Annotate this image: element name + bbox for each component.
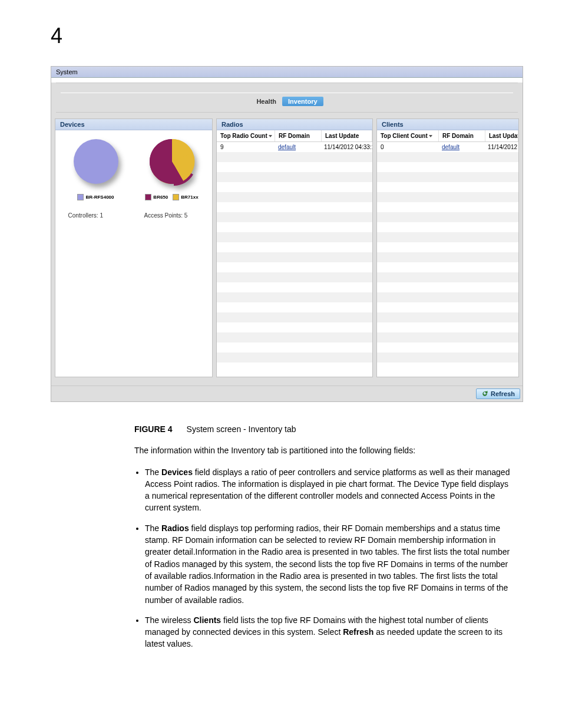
col-last-update[interactable]: Last Update <box>322 130 372 141</box>
pie-icon <box>148 137 196 186</box>
table-row <box>377 172 518 182</box>
table-row <box>377 363 518 373</box>
swatch-icon <box>173 194 179 200</box>
table-row <box>217 332 372 342</box>
col-rf-domain[interactable]: RF Domain <box>439 130 485 141</box>
sort-desc-icon <box>269 135 272 137</box>
legend-item: BR650 <box>145 194 168 200</box>
table-row <box>217 302 372 312</box>
clients-rows: 0default11/14/2012 04:3 <box>377 142 518 377</box>
table-row <box>377 342 518 353</box>
table-row <box>377 212 518 222</box>
figure-intro: The information within the Inventory tab… <box>134 444 511 456</box>
refresh-button[interactable]: Refresh <box>476 388 520 399</box>
cell-domain[interactable]: default <box>438 144 484 150</box>
table-row <box>217 252 372 262</box>
legend-item: BR-RFS4000 <box>77 194 114 200</box>
svg-point-0 <box>74 139 118 184</box>
table-row <box>377 162 518 172</box>
radios-rows: 9default11/14/2012 04:33:13 P <box>217 142 372 377</box>
cell-domain[interactable]: default <box>275 144 320 150</box>
devices-panel: Devices BR-RFS4000 Controllers: 1 <box>55 118 213 377</box>
table-row <box>377 242 518 252</box>
table-row <box>217 312 372 322</box>
clients-header: Clients <box>377 119 518 130</box>
pie-icon <box>72 137 120 186</box>
devices-header: Devices <box>55 119 212 130</box>
table-row <box>217 182 372 192</box>
table-row <box>377 282 518 292</box>
tab-health[interactable]: Health <box>250 97 282 106</box>
ap-chart: BR650 BR71xx Access Points: 5 <box>140 137 204 219</box>
table-row <box>377 262 518 272</box>
figure-label: FIGURE 4 <box>134 424 173 434</box>
table-row <box>217 222 372 232</box>
bullet-item: The Devices field displays a ratio of pe… <box>145 466 511 514</box>
table-row <box>377 222 518 232</box>
refresh-icon <box>481 390 488 397</box>
table-row <box>217 192 372 202</box>
table-row <box>377 332 518 342</box>
figure-caption-block: FIGURE 4System screen - Inventory tab Th… <box>134 423 511 650</box>
radios-panel: Radios Top Radio Count RF Domain Last Up… <box>216 118 373 377</box>
col-top-radio-count[interactable]: Top Radio Count <box>217 130 275 141</box>
chart-caption: Controllers: 1 <box>64 212 128 219</box>
table-row <box>217 242 372 252</box>
table-row <box>377 353 518 363</box>
legend-item: BR71xx <box>173 194 198 200</box>
table-row <box>217 272 372 282</box>
cell-update: 11/14/2012 04:3 <box>484 144 518 150</box>
table-row <box>217 282 372 292</box>
table-row <box>217 202 372 212</box>
table-row[interactable]: 0default11/14/2012 04:3 <box>377 142 518 152</box>
clients-panel: Clients Top Client Count RF Domain Last … <box>376 118 519 377</box>
table-row <box>217 172 372 182</box>
cell-count: 0 <box>377 144 438 150</box>
clients-columns: Top Client Count RF Domain Last Update <box>377 130 518 142</box>
table-row <box>217 292 372 302</box>
bullet-item: The wireless Clients field lists the top… <box>145 614 511 650</box>
table-row <box>217 232 372 242</box>
table-row[interactable]: 9default11/14/2012 04:33:13 P <box>217 142 372 152</box>
radios-columns: Top Radio Count RF Domain Last Update <box>217 130 372 142</box>
figure-caption: System screen - Inventory tab <box>187 424 296 434</box>
table-row <box>217 342 372 353</box>
table-row <box>377 232 518 242</box>
table-row <box>377 152 518 162</box>
bullet-item: The Radios field displays top performing… <box>145 522 511 606</box>
table-row <box>377 252 518 262</box>
chart-caption: Access Points: 5 <box>140 212 204 219</box>
table-row <box>217 162 372 172</box>
col-top-client-count[interactable]: Top Client Count <box>377 130 439 141</box>
page-number: 4 <box>51 24 562 48</box>
radios-header: Radios <box>217 119 372 130</box>
table-row <box>377 312 518 322</box>
figure-bullets: The Devices field displays a ratio of pe… <box>134 466 511 650</box>
table-row <box>217 152 372 162</box>
table-row <box>217 212 372 222</box>
col-last-update[interactable]: Last Update <box>485 130 518 141</box>
cell-update: 11/14/2012 04:33:13 P <box>320 144 372 150</box>
table-row <box>377 202 518 212</box>
tab-inventory[interactable]: Inventory <box>282 97 323 106</box>
controllers-chart: BR-RFS4000 Controllers: 1 <box>64 137 128 219</box>
table-row <box>377 272 518 282</box>
table-row <box>217 353 372 363</box>
table-row <box>377 192 518 202</box>
table-row <box>217 322 372 332</box>
table-row <box>377 292 518 302</box>
table-row <box>217 363 372 373</box>
app-window: System Health Inventory Devices <box>51 66 523 402</box>
swatch-icon <box>77 194 84 200</box>
table-row <box>377 182 518 192</box>
sort-desc-icon <box>429 135 432 137</box>
table-row <box>217 262 372 272</box>
table-row <box>377 322 518 332</box>
tab-bar: Health Inventory <box>61 93 513 107</box>
cell-count: 9 <box>217 144 275 150</box>
window-title: System <box>51 67 523 78</box>
table-row <box>377 302 518 312</box>
swatch-icon <box>145 194 151 200</box>
col-rf-domain[interactable]: RF Domain <box>275 130 322 141</box>
